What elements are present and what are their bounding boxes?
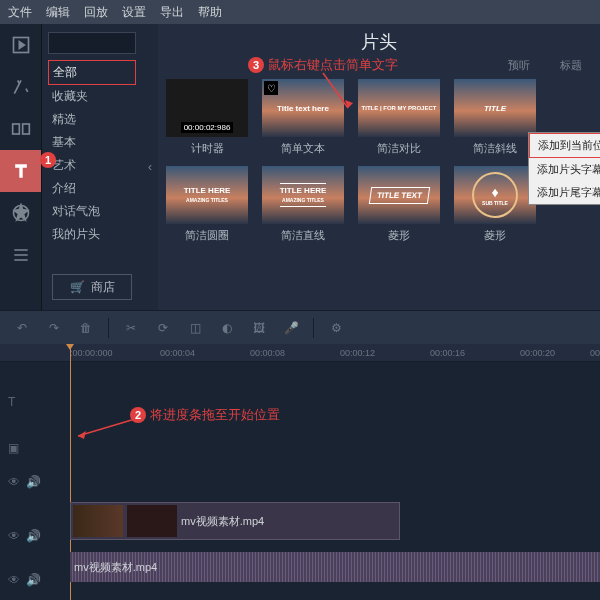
- eye-icon[interactable]: 👁: [8, 529, 20, 543]
- cat-intro[interactable]: 介绍: [48, 177, 136, 200]
- eye-icon[interactable]: 👁: [8, 475, 20, 489]
- transitions-tool[interactable]: [0, 108, 41, 150]
- thumb-line[interactable]: TITLE HEREAMAZING TITLES 简洁直线: [262, 166, 344, 243]
- video-clip[interactable]: mv视频素材.mp4: [70, 502, 400, 540]
- category-sidebar: 全部 收藏夹 精选 基本 艺术 介绍 对话气泡 我的片头 🛒 商店 1: [42, 24, 142, 310]
- titles-gallery: 片头 预听 标题 3 鼠标右键点击简单文字 00:00:02:986 计时器: [158, 24, 600, 310]
- cat-all[interactable]: 全部: [48, 60, 136, 85]
- heart-icon: ♡: [264, 81, 278, 95]
- image-button[interactable]: 🖼: [245, 315, 273, 341]
- delete-button[interactable]: 🗑: [72, 315, 100, 341]
- menu-help[interactable]: 帮助: [198, 4, 222, 21]
- svg-rect-2: [22, 124, 29, 134]
- tab-title[interactable]: 标题: [560, 58, 582, 73]
- tab-preview[interactable]: 预听: [508, 58, 530, 73]
- thumb-circle[interactable]: TITLE HEREAMAZING TITLES 简洁圆圈: [166, 166, 248, 243]
- vol-icon[interactable]: 🔊: [26, 573, 41, 587]
- thumb-diamond2[interactable]: ♦SUB TITLE 菱形: [454, 166, 536, 243]
- titles-tool[interactable]: [0, 150, 41, 192]
- eye-icon[interactable]: 👁: [8, 573, 20, 587]
- effects-tool[interactable]: [0, 66, 41, 108]
- cart-icon: 🛒: [70, 280, 85, 294]
- menubar: 文件 编辑 回放 设置 导出 帮助: [0, 0, 600, 24]
- menu-edit[interactable]: 编辑: [46, 4, 70, 21]
- audio-clip[interactable]: mv视频素材.mp4: [70, 552, 600, 582]
- cut-button[interactable]: ✂: [117, 315, 145, 341]
- cat-fav[interactable]: 收藏夹: [48, 85, 136, 108]
- left-toolbar: [0, 24, 42, 310]
- thumb-diamond1[interactable]: TITLE TEXT 菱形: [358, 166, 440, 243]
- thumb-slash[interactable]: TITLE 简洁斜线: [454, 79, 536, 156]
- cat-my[interactable]: 我的片头: [48, 223, 136, 246]
- thumb-timer[interactable]: 00:00:02:986 计时器: [166, 79, 248, 156]
- shop-label: 商店: [91, 279, 115, 296]
- cat-basic[interactable]: 基本: [48, 131, 136, 154]
- media-tool[interactable]: [0, 24, 41, 66]
- cat-featured[interactable]: 精选: [48, 108, 136, 131]
- vol-icon[interactable]: 🔊: [26, 475, 41, 489]
- collapse-sidebar[interactable]: ‹: [142, 24, 158, 310]
- ctx-add-outro[interactable]: 添加片尾字幕: [529, 181, 600, 204]
- crop-button[interactable]: ◫: [181, 315, 209, 341]
- svg-rect-1: [12, 124, 19, 134]
- color-button[interactable]: ◐: [213, 315, 241, 341]
- gallery-title: 片头: [166, 30, 592, 54]
- vol-icon[interactable]: 🔊: [26, 529, 41, 543]
- clip-thumbnail: [127, 505, 177, 537]
- annotation-2-text: 将进度条拖至开始位置: [150, 407, 280, 422]
- menu-export[interactable]: 导出: [160, 4, 184, 21]
- menu-file[interactable]: 文件: [8, 4, 32, 21]
- more-tool[interactable]: [0, 234, 41, 276]
- time-ruler[interactable]: :00:00:000 00:00:04 00:00:08 00:00:12 00…: [0, 344, 600, 362]
- menu-settings[interactable]: 设置: [122, 4, 146, 21]
- ctx-add-current[interactable]: 添加到当前位置: [529, 133, 600, 158]
- thumb-contrast[interactable]: TITLE | FOR MY PROJECT 简洁对比: [358, 79, 440, 156]
- redo-button[interactable]: ↷: [40, 315, 68, 341]
- shop-button[interactable]: 🛒 商店: [52, 274, 132, 300]
- overlay-track-icon: ▣: [8, 441, 19, 455]
- thumb-simple-text[interactable]: ♡Title text here 简单文本: [262, 79, 344, 156]
- stickers-tool[interactable]: [0, 192, 41, 234]
- mic-button[interactable]: 🎤: [277, 315, 305, 341]
- menu-playback[interactable]: 回放: [84, 4, 108, 21]
- title-track-icon: T: [8, 395, 15, 409]
- timeline: :00:00:000 00:00:04 00:00:08 00:00:12 00…: [0, 344, 600, 600]
- undo-button[interactable]: ↶: [8, 315, 36, 341]
- rotate-button[interactable]: ⟳: [149, 315, 177, 341]
- adjust-button[interactable]: ⚙: [322, 315, 350, 341]
- cat-art[interactable]: 艺术: [48, 154, 136, 177]
- cat-bubble[interactable]: 对话气泡: [48, 200, 136, 223]
- timeline-toolbar: ↶ ↷ 🗑 ✂ ⟳ ◫ ◐ 🖼 🎤 ⚙: [0, 310, 600, 344]
- context-menu: 添加到当前位置 添加片头字幕 添加片尾字幕: [528, 132, 600, 205]
- ctx-add-intro[interactable]: 添加片头字幕: [529, 158, 600, 181]
- search-input[interactable]: [48, 32, 136, 54]
- clip-thumbnail: [73, 505, 123, 537]
